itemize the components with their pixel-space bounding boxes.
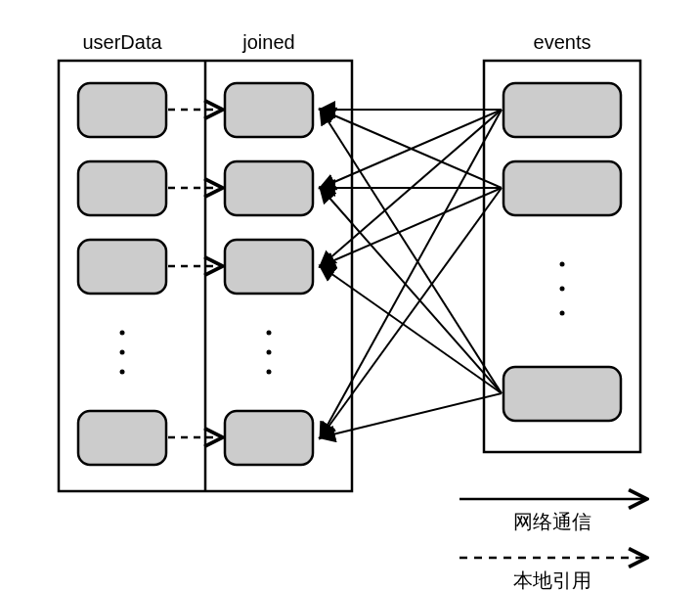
joined-partition [225,161,313,215]
svg-point-3 [267,331,272,336]
svg-point-2 [120,370,125,375]
network-arrow [321,188,502,393]
network-arrow [321,266,502,393]
events-partition [503,83,621,137]
partition-diagram: userData joined events [20,20,700,591]
svg-point-1 [120,350,125,355]
svg-point-0 [120,331,125,336]
svg-point-6 [560,262,565,267]
right-column-label: events [534,31,591,53]
svg-point-8 [560,311,565,316]
network-arrow [321,110,502,393]
userdata-partition [78,83,166,137]
network-arrow [321,110,502,437]
ellipsis-icon [267,331,272,375]
userdata-partition [78,411,166,465]
svg-point-5 [267,370,272,375]
joined-partition [225,83,313,137]
svg-point-7 [560,287,565,292]
joined-partition [225,240,313,294]
userdata-partition [78,240,166,294]
ellipsis-icon [120,331,125,375]
left-column-label: userData [82,31,162,53]
network-arrow [321,188,502,266]
ellipsis-icon [560,262,565,316]
svg-point-4 [267,350,272,355]
events-partition [503,367,621,421]
userdata-partition [78,161,166,215]
joined-partition [225,411,313,465]
legend-local-label: 本地引用 [513,569,591,591]
middle-column-label: joined [241,31,294,53]
events-partition [503,161,621,215]
legend-network-label: 网络通信 [513,511,591,532]
